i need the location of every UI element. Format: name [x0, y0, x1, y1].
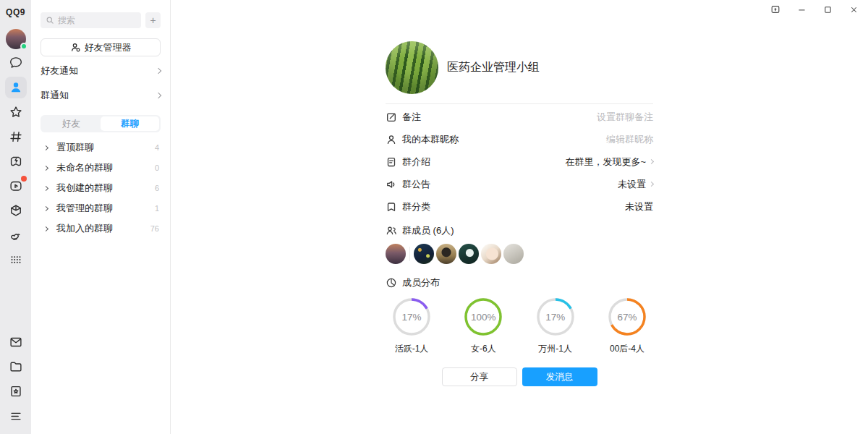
- members-icon: [386, 225, 397, 237]
- group-notice-row[interactable]: 群通知: [41, 85, 161, 106]
- miniapps-tab[interactable]: [5, 200, 27, 221]
- person-icon: [386, 134, 397, 145]
- friend-manager-button[interactable]: 好友管理器: [41, 38, 161, 56]
- members-section: 群成员 (6人): [386, 224, 653, 264]
- nickname-row[interactable]: 我的本群昵称 编辑群昵称: [386, 128, 653, 150]
- left-rail: QQ9: [0, 0, 31, 434]
- nickname-value: 编辑群昵称: [606, 133, 653, 146]
- group-name: 医药企业管理小组: [447, 60, 540, 75]
- group-announcement-row[interactable]: 群公告 未设置: [386, 173, 653, 195]
- contacts-person-icon: [8, 80, 24, 95]
- group-category-value: 未设置: [625, 200, 653, 213]
- member-avatar-list: [386, 244, 653, 264]
- group-announcement-text: 未设置: [618, 178, 646, 191]
- add-button[interactable]: +: [145, 12, 161, 28]
- category-joined-groups[interactable]: 我加入的群聊 76: [41, 218, 161, 239]
- expand-chevron-icon: [43, 185, 48, 190]
- group-profile-card: 医药企业管理小组 备注 设置群聊备注 我的本群昵称 编辑群昵称: [386, 41, 653, 386]
- category-count: 1: [155, 204, 159, 213]
- group-avatar[interactable]: [386, 41, 438, 94]
- category-managed-groups[interactable]: 我管理的群聊 1: [41, 198, 161, 218]
- group-intro-label: 群介绍: [402, 156, 430, 169]
- category-unnamed-groups[interactable]: 未命名的群聊 0: [41, 158, 161, 178]
- category-label: 我加入的群聊: [56, 222, 113, 235]
- donut-percent: 17%: [536, 297, 575, 336]
- member-avatar[interactable]: [503, 244, 524, 264]
- donut-percent: 67%: [608, 297, 647, 336]
- chevron-right-icon: [156, 68, 161, 74]
- chevron-right-icon: [649, 159, 654, 164]
- chat-bubble-icon: [8, 55, 24, 71]
- self-avatar[interactable]: [6, 29, 26, 49]
- files-button[interactable]: [5, 356, 27, 378]
- donut-percent: 17%: [392, 297, 431, 336]
- search-input[interactable]: 搜索: [41, 12, 141, 28]
- main-menu-button[interactable]: [5, 405, 27, 427]
- group-category-row[interactable]: 群分类 未设置: [386, 195, 653, 218]
- donut-chart-active: 17% 活跃-1人: [386, 297, 438, 355]
- group-intro-text: 在群里，发现更多~: [565, 156, 646, 169]
- donut-chart-gender: 100% 女-6人: [457, 297, 509, 355]
- member-avatar[interactable]: [414, 244, 434, 264]
- member-avatar[interactable]: [459, 244, 479, 264]
- messages-tab[interactable]: [5, 52, 27, 74]
- close-button[interactable]: [848, 4, 859, 15]
- miniapp-cube-icon: [8, 203, 24, 218]
- search-placeholder: 搜索: [58, 14, 75, 27]
- contacts-sidebar: 搜索 + 好友管理器 好友通知 群通知 好友 群聊 置顶群聊 4 未命名的群聊 …: [31, 0, 171, 434]
- donut-label: 女-6人: [471, 343, 496, 355]
- more-apps-tab[interactable]: [5, 249, 27, 271]
- category-label: 未命名的群聊: [56, 161, 113, 174]
- notification-badge: [21, 176, 27, 182]
- distribution-label: 成员分布: [402, 276, 440, 289]
- group-category-text: 未设置: [625, 200, 653, 213]
- category-label: 我创建的群聊: [56, 182, 113, 195]
- member-avatar[interactable]: [481, 244, 501, 264]
- expand-chevron-icon: [43, 205, 48, 210]
- game-center-tab[interactable]: [5, 150, 27, 172]
- category-count: 0: [155, 163, 159, 172]
- mail-button[interactable]: [5, 331, 27, 353]
- edit-icon: [386, 111, 397, 123]
- contacts-tab[interactable]: [5, 77, 27, 98]
- channels-tab[interactable]: [5, 126, 27, 148]
- remark-row[interactable]: 备注 设置群聊备注: [386, 106, 653, 128]
- maximize-button[interactable]: [822, 4, 833, 15]
- friend-notice-row[interactable]: 好友通知: [41, 61, 161, 81]
- member-avatar[interactable]: [436, 244, 456, 264]
- collections-button[interactable]: [5, 380, 27, 402]
- goose-space-tab[interactable]: [5, 224, 27, 246]
- tab-groups[interactable]: 群聊: [101, 116, 159, 131]
- send-message-button[interactable]: 发消息: [522, 367, 597, 386]
- member-avatar[interactable]: [386, 244, 406, 264]
- mini-video-tab[interactable]: [5, 175, 27, 197]
- group-category-label: 群分类: [402, 200, 430, 213]
- expand-chevron-icon: [43, 165, 48, 170]
- donut-percent: 100%: [464, 297, 503, 336]
- search-icon: [46, 16, 54, 25]
- mail-icon: [8, 334, 24, 350]
- bookmark-star-icon: [8, 383, 24, 399]
- minimize-button[interactable]: [796, 4, 807, 15]
- apps-grid-icon: [8, 252, 24, 268]
- speaker-icon: [386, 179, 397, 190]
- group-profile-panel: 医药企业管理小组 备注 设置群聊备注 我的本群昵称 编辑群昵称: [171, 0, 868, 434]
- popout-panel-button[interactable]: [770, 4, 781, 15]
- hash-icon: [8, 129, 24, 145]
- group-notice-label: 群通知: [41, 89, 69, 102]
- category-pinned-groups[interactable]: 置顶群聊 4: [41, 137, 161, 158]
- nickname-label: 我的本群昵称: [402, 133, 459, 146]
- group-intro-row[interactable]: 群介绍 在群里，发现更多~: [386, 150, 653, 173]
- qq-logo: QQ9: [6, 7, 25, 17]
- donut-label: 活跃-1人: [395, 343, 429, 355]
- share-button[interactable]: 分享: [442, 367, 517, 386]
- distribution-charts: 17% 活跃-1人 100% 女-6人: [386, 297, 653, 355]
- online-status-dot: [20, 43, 27, 50]
- tab-friends[interactable]: 好友: [42, 116, 101, 131]
- donut-label: 00后-4人: [610, 343, 644, 355]
- donut-chart-region: 17% 万州-1人: [529, 297, 582, 355]
- category-created-groups[interactable]: 我创建的群聊 6: [41, 178, 161, 198]
- avatar-separator: [409, 247, 410, 261]
- category-count: 76: [150, 224, 159, 233]
- favorites-star-tab[interactable]: [5, 101, 27, 123]
